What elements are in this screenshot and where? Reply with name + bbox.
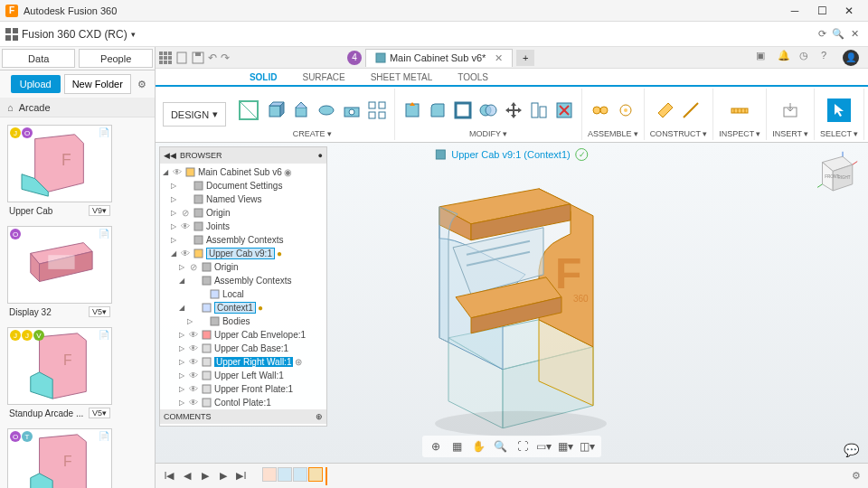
new-folder-button[interactable]: New Folder	[64, 74, 131, 94]
new-tab-button[interactable]: +	[516, 50, 534, 66]
ribbon-label-modify[interactable]: MODIFY ▾	[469, 129, 507, 138]
redo-icon[interactable]: ↷	[221, 52, 230, 64]
tree-row[interactable]: ▷ ⊘ Origin	[162, 206, 325, 220]
joint-origin-icon[interactable]	[614, 99, 637, 122]
expand-icon[interactable]: ▷	[170, 236, 177, 244]
thumbnail-image[interactable]: JJV 📄 F	[7, 327, 112, 405]
tab-sheet-metal[interactable]: SHEET METAL	[358, 70, 446, 85]
version-dropdown[interactable]: V5▾	[89, 306, 110, 317]
expand-icon[interactable]: ▷	[178, 371, 185, 380]
breadcrumb[interactable]: ⌂ Arcade	[0, 98, 155, 117]
design-workspace-dropdown[interactable]: DESIGN▾	[163, 102, 226, 127]
timeline-marker[interactable]	[326, 467, 327, 485]
ribbon-label-construct[interactable]: CONSTRUCT ▾	[650, 129, 708, 138]
tree-row[interactable]: Local	[162, 287, 325, 301]
tab-solid[interactable]: SOLID	[237, 70, 290, 87]
timeline-prev-icon[interactable]: ◀	[181, 470, 193, 483]
home-icon[interactable]: ⌂	[7, 102, 14, 113]
plane-icon[interactable]	[654, 99, 677, 122]
visibility-icon[interactable]: ⊘	[179, 209, 192, 218]
visibility-icon[interactable]	[179, 236, 192, 245]
comments-bar[interactable]: COMMENTS ⊕	[160, 409, 326, 424]
viewport-layout-icon[interactable]: ◫▾	[580, 438, 596, 455]
tree-row[interactable]: ▷ Document Settings	[162, 179, 325, 192]
thumbnail-item[interactable]: JJV 📄 F Standup Arcade ...V5▾	[7, 327, 112, 421]
refresh-icon[interactable]: ⟳	[814, 26, 830, 42]
revolve-icon[interactable]	[315, 99, 338, 122]
tree-row[interactable]: ◢ Assembly Contexts	[162, 274, 325, 287]
viewcube[interactable]: FRONT RIGHT	[810, 150, 859, 199]
expand-icon[interactable]: ▷	[186, 317, 193, 325]
search-icon[interactable]: 🔍	[830, 26, 846, 42]
expand-icon[interactable]: ▷	[170, 195, 177, 203]
visibility-icon[interactable]	[195, 290, 208, 299]
tree-row[interactable]: ▷ 👁 Joints	[162, 220, 325, 233]
look-icon[interactable]: ▦	[449, 438, 466, 455]
timeline-next-icon[interactable]: ▶	[217, 470, 230, 483]
expand-icon[interactable]: ▷	[170, 209, 177, 217]
visibility-icon[interactable]	[179, 182, 192, 191]
model-view[interactable]: F 360	[385, 157, 638, 437]
tab-tools[interactable]: TOOLS	[445, 70, 501, 85]
panel-toggle-icon[interactable]	[5, 28, 18, 41]
fit-icon[interactable]: ⛶	[514, 438, 531, 455]
select-icon[interactable]	[827, 99, 851, 122]
grid-icon[interactable]: ▦▾	[558, 438, 574, 455]
expand-icon[interactable]: ▷	[178, 263, 185, 271]
visibility-icon[interactable]	[187, 277, 200, 286]
thumbnail-image[interactable]: OT 📄 F	[7, 428, 112, 488]
tree-row[interactable]: ▷ Named Views	[162, 192, 325, 206]
expand-icon[interactable]: ◢	[178, 277, 185, 285]
browser-header[interactable]: ◀◀ BROWSER ●	[160, 147, 326, 164]
undo-icon[interactable]: ↶	[208, 52, 217, 64]
combine-icon[interactable]	[476, 99, 500, 122]
browser-options-icon[interactable]: ●	[317, 151, 322, 160]
visibility-icon[interactable]	[179, 195, 192, 204]
timeline-settings-icon[interactable]: ⚙	[852, 470, 861, 482]
maximize-button[interactable]: ☐	[808, 1, 835, 21]
thumbnail-image[interactable]: JO 📄 F	[7, 125, 112, 202]
thumbnail-item[interactable]: JO 📄 F Upper CabV9▾	[7, 125, 112, 219]
tree-row[interactable]: ◢ 👁 Upper Cab v9:1 ●	[162, 247, 325, 260]
fillet-icon[interactable]	[426, 99, 449, 122]
timeline-feature[interactable]	[293, 467, 307, 482]
tree-row[interactable]: ▷ 👁 Contol Plate:1	[162, 396, 325, 409]
expand-icon[interactable]: ▷	[170, 222, 177, 230]
thumbnail-item[interactable]: OT 📄 F Main Cabinet SubV6▾	[7, 428, 112, 488]
tree-row[interactable]: ▷ 👁 Upper Cab Base:1	[162, 342, 325, 355]
upload-button[interactable]: Upload	[11, 75, 61, 93]
tree-row[interactable]: ▷ Bodies	[162, 314, 325, 328]
close-panel-icon[interactable]: ✕	[846, 26, 863, 42]
align-icon[interactable]	[527, 99, 551, 122]
expand-icon[interactable]: ▷	[178, 331, 185, 339]
ribbon-label-insert[interactable]: INSERT ▾	[772, 129, 808, 138]
ribbon-label-inspect[interactable]: INSPECT ▾	[719, 129, 760, 138]
ribbon-label-create[interactable]: CREATE ▾	[293, 129, 332, 138]
visibility-icon[interactable]: ⊘	[187, 263, 200, 272]
tab-people[interactable]: People	[79, 49, 152, 68]
tab-surface[interactable]: SURFACE	[289, 70, 357, 85]
version-dropdown[interactable]: V5▾	[89, 408, 110, 418]
grid-icon[interactable]	[159, 52, 172, 64]
close-button[interactable]: ✕	[835, 1, 863, 21]
visibility-icon[interactable]: 👁	[187, 385, 200, 394]
visibility-icon[interactable]: 👁	[187, 371, 200, 380]
project-dropdown[interactable]: Fusion 360 CXD (RC) ▾	[22, 28, 136, 41]
expand-icon[interactable]: ▷	[178, 344, 185, 352]
insert-icon[interactable]	[778, 99, 802, 122]
tree-row[interactable]: ▷ 👁 Upper Cab Envelope:1	[162, 328, 325, 342]
tree-row[interactable]: ◢ Context1 ●	[162, 301, 325, 314]
thumbnail-image[interactable]: O 📄	[7, 226, 112, 304]
tree-row[interactable]: ▷ 👁 Upper Right Wall:1 ⊛	[162, 355, 325, 369]
display-icon[interactable]: ▭▾	[536, 438, 552, 455]
tree-row[interactable]: ▷ ⊘ Origin	[162, 260, 325, 274]
shell-icon[interactable]	[451, 99, 475, 122]
visibility-icon[interactable]: 👁	[187, 358, 200, 367]
sketch-icon[interactable]	[235, 97, 262, 124]
pan-icon[interactable]: ✋	[471, 438, 487, 455]
timeline-track[interactable]	[262, 467, 327, 485]
tree-row[interactable]: ▷ 👁 Upper Left Wall:1	[162, 369, 325, 382]
timeline-play-icon[interactable]: ▶	[199, 470, 212, 483]
timeline-feature[interactable]	[262, 467, 277, 482]
expand-icon[interactable]: ▷	[178, 385, 185, 393]
